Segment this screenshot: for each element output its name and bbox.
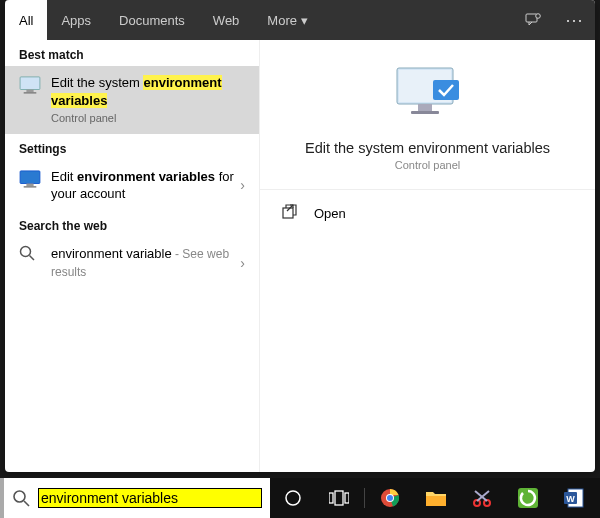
svg-point-16 [14,491,25,502]
results-body: Best match Edit the system environmentva… [5,40,595,472]
svg-line-9 [30,256,35,261]
preview-pane: Edit the system environment variables Co… [260,40,595,472]
preview-header: Edit the system environment variables Co… [260,40,595,190]
svg-rect-4 [24,92,37,93]
svg-rect-13 [411,111,439,114]
result-text: environment variable - See web results [51,245,240,280]
result-settings[interactable]: Edit environment variables for your acco… [5,160,259,211]
results-list: Best match Edit the system environmentva… [5,40,260,472]
svg-text:W: W [566,494,575,504]
tab-documents[interactable]: Documents [105,0,199,40]
result-text: Edit the system environmentvariables Con… [51,74,245,126]
open-icon [282,204,300,222]
svg-rect-12 [418,104,432,111]
svg-point-18 [286,491,300,505]
monitor-check-icon [391,64,465,126]
svg-rect-19 [329,493,333,503]
svg-point-8 [21,247,31,257]
svg-rect-6 [26,183,33,186]
taskbar-icons: W [270,478,597,518]
tab-apps[interactable]: Apps [47,0,105,40]
preview-subtitle: Control panel [280,159,575,171]
taskbar-search[interactable] [0,478,270,518]
search-input[interactable] [38,488,262,508]
more-options-icon[interactable]: ⋯ [553,0,595,40]
preview-title: Edit the system environment variables [280,140,575,156]
tabs-bar: All Apps Documents Web More ▾ ⋯ [5,0,595,40]
svg-rect-21 [345,493,349,503]
taskbar: W [0,478,600,518]
search-icon [19,245,41,263]
svg-rect-25 [426,496,446,506]
result-text: Edit environment variables for your acco… [51,168,240,203]
cortana-icon[interactable] [270,488,316,508]
tab-all[interactable]: All [5,0,47,40]
tab-web[interactable]: Web [199,0,254,40]
open-label: Open [314,206,346,221]
monitor-icon [19,170,41,188]
chevron-down-icon: ▾ [301,13,308,28]
file-explorer-icon[interactable] [413,490,459,506]
word-icon[interactable]: W [551,488,597,508]
snipping-tool-icon[interactable] [459,488,505,508]
result-best-match[interactable]: Edit the system environmentvariables Con… [5,66,259,134]
monitor-icon [19,76,41,94]
best-match-header: Best match [5,40,259,66]
open-action[interactable]: Open [260,194,595,232]
chevron-right-icon: › [240,177,245,193]
svg-rect-2 [20,77,40,90]
svg-line-17 [24,501,29,506]
svg-point-24 [387,495,393,501]
actions-list: Open [260,190,595,236]
chevron-right-icon: › [240,255,245,271]
feedback-icon[interactable] [513,0,553,40]
tab-more[interactable]: More ▾ [253,0,321,40]
chrome-icon[interactable] [367,488,413,508]
svg-rect-3 [26,90,33,93]
svg-rect-20 [335,491,343,505]
result-web[interactable]: environment variable - See web results › [5,237,259,288]
svg-rect-7 [24,186,37,187]
search-panel: All Apps Documents Web More ▾ ⋯ Best mat… [5,0,595,472]
svg-point-1 [536,14,541,19]
search-web-header: Search the web [5,211,259,237]
search-icon [12,489,30,507]
task-view-icon[interactable] [316,490,362,506]
svg-rect-14 [433,80,459,100]
settings-header: Settings [5,134,259,160]
result-subtext: Control panel [51,111,245,126]
camtasia-icon[interactable] [505,488,551,508]
svg-rect-5 [20,171,40,184]
